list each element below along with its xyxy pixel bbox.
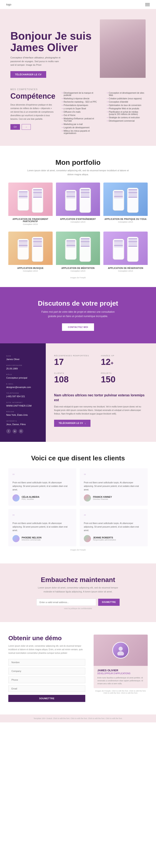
profile-field-value: WWW.UNITYINER.COM — [6, 404, 40, 408]
profile-field-label: NOM — [6, 355, 40, 357]
portfolio-card-label: APPLICATION DE PRATIQUE DU YOGA — [103, 218, 148, 220]
portfolio-card-sublabel: Conception UI/UX — [56, 221, 100, 223]
list-item: Marketing à réponse directe — [62, 97, 101, 100]
testimonial-text: Proin est libero amet sollicitudin turpi… — [84, 481, 144, 492]
portfolio-card-sublabel: Conception UI/UX — [8, 223, 53, 225]
portfolio-card-label: APPLICATION DE FINANCEMENT PARTICIPATIF — [8, 218, 53, 223]
demo-right: JAMES OLIVIER DÉVELOPPEUR D'APPLICATIONS… — [93, 634, 148, 702]
demo-left: Obtenir une démo Lorem ipsum dolor sit a… — [8, 634, 85, 702]
testimonial-card: " Proin est libero amet sollicitudin tur… — [8, 509, 76, 546]
competences-list-right: Conception et développement de sites Web… — [107, 92, 146, 135]
company-input[interactable] — [8, 668, 85, 674]
portfolio-card-label: APPLICATION D'ENTRAÎNEMENT — [56, 218, 100, 220]
author-name: PHOEBE NELSON — [22, 536, 41, 539]
hire-description: Lorem ipsum dolor sit amet, consectetur … — [34, 586, 122, 593]
quote-icon: " — [84, 513, 144, 520]
stat-block: RÉCOMPENSES REMPORTÉES 17 — [54, 352, 101, 369]
name-input[interactable] — [8, 659, 85, 665]
profile-quote-text: Étais erat volutpat id quam non nonummy … — [54, 405, 148, 415]
testimonial-card: " Proin est libero amet sollicitudin tur… — [80, 468, 148, 506]
demo-profile-name: JAMES OLIVIER — [98, 669, 144, 672]
author-title: PDG, Sociétier — [22, 498, 39, 500]
portfolio-card[interactable]: APPLICATION DE PRATIQUE DU YOGA Concepti… — [103, 183, 148, 228]
author-title: Directeur financier — [93, 498, 112, 500]
hire-email-input[interactable] — [36, 599, 96, 606]
demo-credit: Images de Freepik. Click to edit the fon… — [93, 690, 148, 694]
hero-description: Concepteur d'Interface utilisateur, phot… — [10, 56, 63, 67]
testimonials-grid: " Proin est libero amet sollicitudin tur… — [8, 468, 148, 546]
profile-field-value: New York, États-Unis — [6, 413, 40, 417]
hire-submit-button[interactable]: SOUMETTRE — [98, 599, 120, 606]
demo-profile-role: DÉVELOPPEUR D'APPLICATIONS — [98, 672, 144, 675]
portfolio-card-sublabel: Conception UI/UX — [103, 270, 148, 272]
hero-text: Bonjour Je suis James Oliver Concepteur … — [10, 30, 100, 78]
list-item: Stratégie de contenu et exécution — [107, 116, 146, 119]
profile-field-label: RÉSIDE — [6, 411, 40, 413]
list-item: Création publicitaire (nous rappons) — [107, 97, 146, 100]
author-name: JENNIE ROBERTS — [93, 536, 116, 539]
hero-title: Bonjour Je suis James Oliver — [10, 30, 100, 53]
phone-input[interactable] — [8, 677, 85, 683]
list-item: Logiciels de développement — [62, 126, 101, 129]
demo-avatar-icon — [115, 645, 126, 655]
portfolio-card-sublabel: Conception UI/UX — [56, 270, 100, 272]
testimonials-title: Voici ce que disent les clients — [8, 454, 148, 462]
footer: Template 100+ Gratuit. Click to edit the… — [0, 714, 156, 722]
profile-field-label: TÉLÉPHONE — [6, 392, 40, 394]
testimonials-section: Voici ce que disent les clients " Proin … — [0, 442, 156, 563]
portfolio-card[interactable]: APPLICATION D'ENTRAÎNEMENT Conception UI… — [56, 183, 100, 228]
profile-section: NOMJames OliverANNIVERSAIRE25.09.1989RÔL… — [0, 343, 156, 442]
social-icon[interactable]: f — [6, 429, 11, 433]
profile-field-label: ANNIVERSAIRE — [6, 365, 40, 366]
competences-list-middle: Développement de la marque et publicitéM… — [62, 92, 101, 135]
stat-label: RÉCOMPENSES REMPORTÉES — [54, 354, 101, 357]
competences-more-button[interactable]: → — [22, 124, 31, 130]
testimonial-card: " Proin est libero amet sollicitudin tur… — [80, 509, 148, 546]
social-icon[interactable]: © — [19, 429, 23, 433]
portfolio-card[interactable]: APPLICATION MUSIQUE Conception UI/UX — [8, 231, 53, 275]
list-item: Photographie Web et de produits — [107, 107, 146, 110]
hire-section: Embauchez maintenant Lorem ipsum dolor s… — [0, 563, 156, 622]
stat-label: PROJETS — [101, 372, 148, 374]
competences-description: Deux décennies d'expérience pratique et … — [10, 103, 55, 121]
author-avatar — [12, 535, 20, 542]
stat-value: 17 — [54, 358, 101, 366]
profile-field-value: Jeux, Danse, Films — [6, 423, 40, 426]
demo-submit-button[interactable]: SOUMETTRE — [8, 695, 85, 702]
stat-block: PROJETS 150 — [101, 369, 148, 387]
email-input[interactable] — [8, 685, 85, 692]
social-icon[interactable]: in — [12, 429, 17, 433]
stat-block: ANNÉES XP 12+ — [101, 352, 148, 369]
list-item: Présentations dynamiques — [62, 104, 101, 106]
profile-download-button[interactable]: TÉLÉCHARGER LE CV ↓ — [54, 420, 90, 427]
portfolio-card[interactable]: APPLICATION DE MÉDITATION Conception UI/… — [56, 231, 100, 275]
hamburger-menu[interactable] — [145, 3, 150, 6]
testimonial-text: Proin est libero amet sollicitudin turpi… — [12, 522, 72, 532]
portfolio-card[interactable]: APPLICATION DE RÉSERVATION Conception UI… — [103, 231, 148, 275]
profile-field-value: James Oliver — [6, 358, 40, 361]
author-avatar — [84, 535, 91, 542]
hero-image — [100, 20, 146, 78]
hero-download-button[interactable]: TÉLÉCHARGER LE CV — [10, 71, 46, 78]
list-item: Milleux les mieux-payants et organisateu… — [62, 130, 101, 134]
demo-avatar — [112, 642, 129, 658]
competences-cv-button[interactable]: CV — [10, 124, 20, 130]
demo-profile-card: JAMES OLIVIER DÉVELOPPEUR D'APPLICATIONS… — [93, 634, 148, 688]
testimonial-author: FRANCK KINNEY Directeur financier — [84, 494, 144, 501]
demo-profile-text: Enim nunc faucibus a pellentesque sit am… — [98, 676, 144, 685]
profile-quote-title: Nam ultrices ultrices nec tortor pulvina… — [54, 393, 148, 402]
stat-value: 150 — [101, 375, 148, 384]
profile-field-label: E-MAIL — [6, 383, 40, 385]
hire-form: SOUMETTRE — [36, 599, 120, 606]
demo-profile-info: JAMES OLIVIER DÉVELOPPEUR D'APPLICATIONS… — [93, 666, 148, 688]
contact-button[interactable]: CONTACTEZ MOI — [62, 323, 94, 331]
demo-profile-image — [93, 634, 148, 666]
list-item: Diffusion d'e-mails — [62, 111, 101, 113]
portfolio-card-sublabel: Conception UI/UX — [8, 270, 53, 272]
competences-buttons: CV → — [10, 124, 55, 130]
portfolio-card[interactable]: APPLICATION DE FINANCEMENT PARTICIPATIF … — [8, 183, 53, 228]
list-item: Marketing d'influence: podcast et YouTub… — [62, 118, 101, 122]
profile-field-label: INTÉRÊTS — [6, 420, 40, 422]
portfolio-card-image — [56, 183, 100, 216]
author-avatar — [12, 494, 20, 501]
